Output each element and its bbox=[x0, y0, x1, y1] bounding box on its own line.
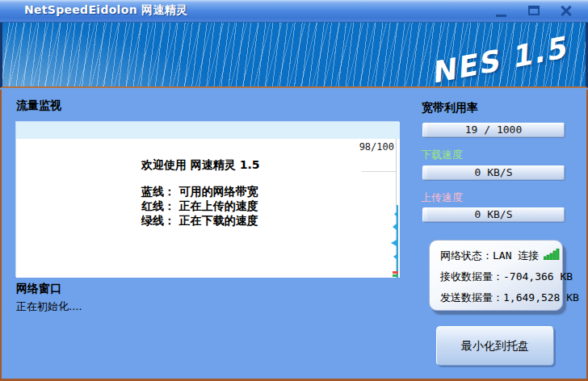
upload-speed-label: 上传速度 bbox=[421, 190, 463, 205]
main-area: 流量监视 98/100 欢迎使用 网速精灵 1.5 蓝线： 可用的网络带宽 红线… bbox=[0, 90, 588, 381]
download-speed-bar: 0 KB/S bbox=[422, 165, 565, 180]
minimize-to-tray-button[interactable]: 最小化到托盘 bbox=[436, 326, 554, 366]
window-title: NetSpeedEidolon 网速精灵 bbox=[24, 3, 187, 18]
legend-green-line: 绿线： 正在下载的速度 bbox=[141, 213, 260, 228]
bandwidth-value-bar: 19 / 1000 bbox=[422, 123, 565, 137]
traffic-chart: 98/100 欢迎使用 网速精灵 1.5 蓝线： 可用的网络带宽 红线： 正在上… bbox=[16, 122, 400, 278]
welcome-title: 欢迎使用 网速精灵 1.5 bbox=[141, 157, 260, 172]
upload-speed-bar: 0 KB/S bbox=[422, 207, 565, 222]
download-line-mark bbox=[393, 274, 397, 277]
chart-gridline-horizontal bbox=[362, 171, 396, 172]
network-window-status: 正在初始化.... bbox=[16, 299, 82, 314]
brand-logo: NES 1.5 bbox=[428, 31, 570, 90]
network-status-line: 网络状态：LAN 连接 bbox=[440, 248, 562, 269]
chart-header-strip bbox=[16, 122, 400, 139]
received-data-line: 接收数据量：-704,366 KB bbox=[440, 269, 562, 290]
app-window: NetSpeedEidolon 网速精灵 NES 1.5 流量监视 98/100… bbox=[0, 0, 588, 381]
sent-data-line: 发送数据量：1,649,528 KB bbox=[440, 290, 562, 311]
titlebar[interactable]: NetSpeedEidolon 网速精灵 bbox=[0, 0, 588, 23]
network-status-box: 网络状态：LAN 连接 接收数据量：-704,366 KB 发送数据量：1,64… bbox=[429, 240, 563, 311]
legend-red-line: 红线： 正在上传的速度 bbox=[141, 199, 260, 213]
chart-scale-label: 98/100 bbox=[359, 141, 394, 153]
minimize-icon bbox=[496, 15, 506, 17]
maximize-icon bbox=[528, 6, 540, 15]
bandwidth-label: 宽带利用率 bbox=[422, 101, 478, 115]
traffic-monitor-title: 流量监视 bbox=[16, 98, 61, 113]
close-button[interactable] bbox=[557, 3, 575, 19]
signal-strength-icon bbox=[544, 249, 561, 260]
live-traffic-graph bbox=[384, 203, 400, 278]
legend-blue-line: 蓝线： 可用的网络带宽 bbox=[141, 184, 260, 199]
download-speed-label: 下载速度 bbox=[421, 148, 463, 162]
upload-line-mark bbox=[393, 271, 398, 274]
minimize-button[interactable] bbox=[493, 3, 510, 19]
chart-welcome-text: 欢迎使用 网速精灵 1.5 蓝线： 可用的网络带宽 红线： 正在上传的速度 绿线… bbox=[141, 157, 260, 228]
maximize-button[interactable] bbox=[525, 3, 543, 19]
network-window-title: 网络窗口 bbox=[16, 282, 61, 296]
banner: NES 1.5 bbox=[0, 23, 588, 88]
